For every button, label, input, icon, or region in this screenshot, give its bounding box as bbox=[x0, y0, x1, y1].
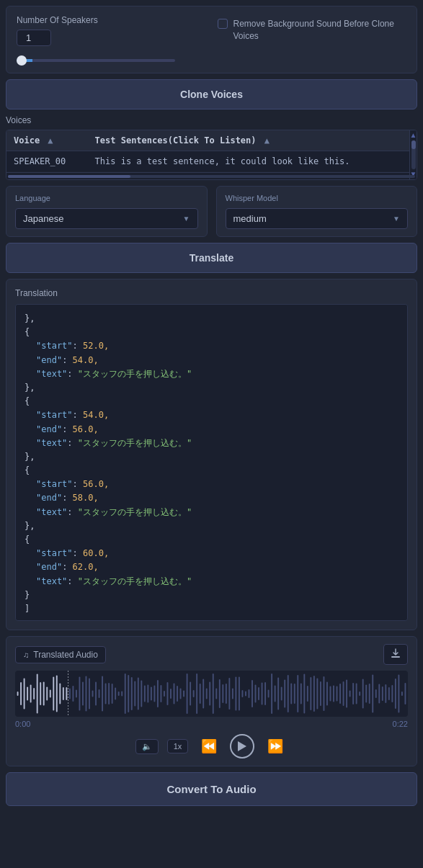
convert-to-audio-button[interactable]: Convert To Audio bbox=[6, 772, 417, 806]
svg-rect-51 bbox=[177, 686, 178, 702]
svg-rect-14 bbox=[56, 676, 58, 712]
svg-rect-2 bbox=[17, 692, 19, 696]
table-row[interactable]: SPEAKER_00 This is a test sentence, it c… bbox=[6, 151, 417, 172]
svg-rect-27 bbox=[99, 689, 100, 698]
remove-bg-checkbox[interactable] bbox=[218, 19, 228, 29]
play-button[interactable] bbox=[230, 734, 254, 759]
language-chevron-icon: ▼ bbox=[183, 215, 190, 223]
fastforward-button[interactable]: ⏩ bbox=[263, 737, 288, 756]
json-line-12: "start": 56.0, bbox=[25, 478, 398, 491]
svg-rect-29 bbox=[105, 684, 107, 704]
translate-button[interactable]: Translate bbox=[6, 243, 417, 273]
json-line-4: "text": "スタッフの手を押し込む。" bbox=[25, 367, 398, 381]
scroll-up-arrow[interactable]: ▲ bbox=[410, 132, 417, 139]
svg-rect-5 bbox=[27, 687, 28, 701]
svg-rect-108 bbox=[362, 679, 364, 709]
svg-rect-88 bbox=[297, 675, 298, 712]
sentence-cell[interactable]: This is a test sentence, it could look l… bbox=[88, 151, 417, 172]
svg-rect-24 bbox=[89, 679, 90, 710]
speed-button[interactable]: 1x bbox=[167, 739, 189, 753]
svg-rect-21 bbox=[79, 677, 80, 711]
svg-rect-105 bbox=[352, 683, 354, 704]
language-select[interactable]: Japanese ▼ bbox=[15, 208, 198, 229]
svg-rect-118 bbox=[395, 679, 396, 709]
svg-rect-81 bbox=[275, 686, 276, 702]
svg-rect-66 bbox=[226, 684, 227, 704]
voice-sort-arrow: ▲ bbox=[48, 135, 53, 146]
svg-rect-69 bbox=[235, 677, 236, 711]
svg-rect-56 bbox=[193, 690, 195, 697]
json-line-0: }, bbox=[25, 312, 398, 326]
svg-rect-114 bbox=[382, 686, 383, 701]
download-icon bbox=[390, 648, 401, 659]
audio-header: ♫ Translated Audio bbox=[15, 644, 408, 665]
svg-rect-102 bbox=[343, 681, 344, 706]
svg-rect-41 bbox=[144, 686, 146, 702]
svg-rect-100 bbox=[337, 686, 338, 702]
svg-rect-18 bbox=[69, 689, 71, 699]
vertical-scrollbar[interactable]: ▲ ▼ bbox=[409, 130, 417, 179]
speakers-label: Number Of Speakers bbox=[17, 15, 206, 25]
speakers-row bbox=[17, 30, 206, 46]
svg-rect-109 bbox=[365, 685, 367, 703]
svg-rect-61 bbox=[209, 682, 210, 706]
json-line-13: "end": 58.0, bbox=[25, 491, 398, 505]
svg-rect-49 bbox=[170, 689, 172, 699]
horizontal-scrollbar[interactable] bbox=[6, 172, 417, 179]
svg-rect-31 bbox=[112, 684, 113, 704]
svg-rect-40 bbox=[141, 681, 142, 707]
svg-rect-59 bbox=[202, 679, 204, 709]
svg-rect-93 bbox=[313, 676, 315, 712]
svg-rect-50 bbox=[174, 684, 175, 704]
svg-rect-107 bbox=[359, 692, 360, 696]
total-time: 0:22 bbox=[393, 720, 408, 728]
language-label: Language bbox=[15, 194, 198, 202]
voice-col-label: Voice bbox=[14, 135, 40, 146]
svg-rect-113 bbox=[378, 684, 380, 704]
svg-rect-99 bbox=[333, 686, 334, 702]
volume-button[interactable]: 🔈 bbox=[135, 739, 159, 754]
svg-rect-85 bbox=[288, 675, 289, 712]
voice-col-header[interactable]: Voice ▲ bbox=[6, 130, 88, 151]
svg-rect-82 bbox=[277, 678, 279, 710]
svg-rect-97 bbox=[326, 682, 328, 706]
download-button[interactable] bbox=[383, 644, 408, 665]
clone-voices-button[interactable]: Clone Voices bbox=[6, 79, 417, 109]
svg-rect-44 bbox=[153, 686, 155, 702]
svg-rect-67 bbox=[228, 678, 230, 710]
json-line-11: { bbox=[25, 464, 398, 478]
controls-row: 🔈 1x ⏪ ⏩ bbox=[15, 734, 408, 759]
svg-rect-92 bbox=[310, 677, 311, 710]
audio-tab[interactable]: ♫ Translated Audio bbox=[15, 646, 106, 663]
json-line-15: }, bbox=[25, 519, 398, 533]
svg-rect-117 bbox=[391, 685, 393, 702]
audio-player-section: ♫ Translated Audio 0:00 0:22 🔈 1x ⏪ bbox=[6, 636, 417, 766]
sentence-col-label: Test Sentences(Click To Listen) bbox=[95, 135, 257, 146]
svg-rect-83 bbox=[281, 687, 282, 701]
svg-rect-55 bbox=[190, 682, 191, 706]
translation-content[interactable]: }, { "start": 52.0, "end": 54.0, "text":… bbox=[15, 304, 408, 621]
svg-rect-112 bbox=[375, 689, 377, 698]
remove-bg-label: Remove Background Sound Before Clone Voi… bbox=[233, 18, 407, 42]
speakers-group: Number Of Speakers bbox=[17, 15, 206, 64]
voices-table-wrapper: Voice ▲ Test Sentences(Click To Listen) … bbox=[6, 130, 417, 180]
svg-rect-28 bbox=[102, 676, 103, 712]
waveform-container[interactable] bbox=[15, 671, 408, 717]
sentence-col-header[interactable]: Test Sentences(Click To Listen) ▲ bbox=[88, 130, 417, 151]
svg-rect-52 bbox=[180, 689, 182, 699]
json-line-21: ] bbox=[25, 602, 398, 616]
json-line-3: "end": 54.0, bbox=[25, 354, 398, 367]
rewind-button[interactable]: ⏪ bbox=[197, 737, 221, 756]
svg-rect-3 bbox=[20, 682, 22, 705]
whisper-select[interactable]: medium ▼ bbox=[226, 208, 409, 229]
json-line-19: "text": "スタッフの手を押し込む。" bbox=[25, 575, 398, 589]
svg-rect-22 bbox=[82, 682, 84, 706]
speakers-input[interactable] bbox=[17, 30, 51, 46]
svg-rect-30 bbox=[108, 683, 110, 704]
svg-rect-98 bbox=[330, 686, 331, 702]
svg-rect-84 bbox=[284, 680, 285, 708]
svg-rect-12 bbox=[50, 690, 51, 698]
svg-rect-86 bbox=[290, 684, 292, 704]
json-line-9: "text": "スタッフの手を押し込む。" bbox=[25, 437, 398, 450]
speakers-slider[interactable] bbox=[17, 59, 175, 62]
